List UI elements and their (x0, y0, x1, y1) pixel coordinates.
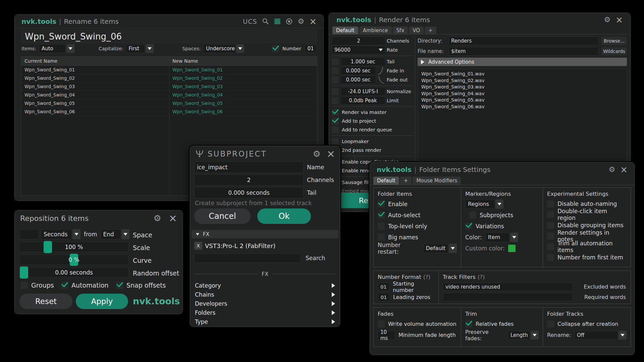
channels-input[interactable]: 2 (332, 37, 385, 45)
required-words-input[interactable] (443, 293, 573, 301)
close-icon[interactable]: × (309, 18, 317, 25)
apply-button[interactable]: Apply (76, 294, 128, 309)
render-titlebar[interactable]: nvk.tools | Render 6 items ⚙ × (329, 13, 630, 26)
wildcards-button[interactable]: Wildcards (601, 47, 627, 55)
regions-select-arrow[interactable] (495, 199, 503, 209)
tab-default[interactable]: Default (332, 26, 358, 35)
option-subprojects[interactable]: Subprojects (465, 209, 539, 221)
number-restart-select[interactable]: Default (423, 244, 448, 253)
items-select[interactable]: Auto (39, 44, 66, 53)
custom-color-swatch[interactable] (508, 245, 516, 252)
fade-out-checkbox[interactable] (332, 76, 339, 83)
random-offset-handle[interactable] (20, 266, 28, 279)
option-double-click-item-region[interactable]: Double-click item region (547, 209, 627, 220)
limit-input[interactable]: 0.0db Peak (340, 96, 385, 105)
gear-icon[interactable]: ⚙ (313, 149, 321, 158)
advanced-options-expander[interactable]: Advanced Options (418, 58, 627, 66)
tail-checkbox[interactable] (332, 58, 339, 65)
reposition-titlebar[interactable]: Reposition 6 items ⚙ × (15, 210, 182, 226)
fx-section-expander[interactable]: FX (192, 230, 338, 238)
close-icon[interactable]: × (620, 166, 628, 173)
list-menu-icon[interactable] (274, 18, 281, 24)
checkbox[interactable] (547, 254, 554, 261)
fade-in-input[interactable]: 0.000 sec (340, 66, 376, 75)
rename-name-input[interactable]: Wpn_Sword_Swing_06 (21, 30, 317, 43)
groups-option[interactable]: Groups (21, 282, 54, 289)
checkbox[interactable] (378, 212, 385, 219)
checkbox[interactable] (378, 223, 385, 230)
checkbox[interactable] (547, 233, 554, 240)
ok-button[interactable]: Ok (257, 208, 311, 224)
option-add-to-render-queue[interactable]: Add to render queue (332, 125, 414, 134)
checkbox[interactable] (332, 118, 339, 125)
fade-out-input[interactable]: 0.000 sec (340, 75, 376, 84)
amount-input[interactable] (19, 229, 39, 239)
option-render-via-master[interactable]: Render via master (332, 108, 414, 117)
starting-number-input[interactable]: 01 (378, 283, 389, 291)
option-add-to-project[interactable]: Add to project (332, 117, 414, 125)
number-restart-arrow[interactable] (449, 244, 457, 253)
ucs-toggle[interactable]: UCS (243, 18, 257, 25)
rename-tracks-select[interactable]: Off (574, 331, 618, 340)
fx-chain-item[interactable]: X VST3:Pro-L 2 (FabFilter) (194, 241, 275, 250)
spaces-select-arrow[interactable] (236, 44, 244, 53)
option-relative-fades[interactable]: Relative fades (465, 318, 539, 329)
spaces-select[interactable]: Underscore (203, 44, 235, 53)
fade-in-checkbox[interactable] (332, 67, 339, 74)
anchor-select-arrow[interactable] (121, 229, 129, 239)
checkbox[interactable] (465, 320, 472, 327)
gear-icon[interactable]: ⚙ (608, 166, 615, 173)
scale-slider[interactable]: 100 % (19, 242, 128, 252)
checkbox[interactable] (465, 223, 472, 230)
subproject-titlebar[interactable]: SUBPROJECT ⚙ × (190, 146, 340, 162)
tab-default[interactable]: Default (373, 177, 399, 185)
help-icon[interactable]: (?) (478, 274, 485, 280)
option-collapse-after-creation[interactable]: Collapse after creation (547, 318, 627, 329)
color-select[interactable]: Item (485, 233, 509, 242)
unit-select[interactable]: Seconds (41, 229, 72, 239)
option-loopmaker[interactable]: Loopmaker (332, 137, 414, 146)
cancel-button[interactable]: Cancel (194, 208, 251, 224)
leading-zeros-input[interactable]: 01 (378, 293, 390, 301)
excluded-words-input[interactable]: video renders unused (443, 283, 573, 291)
target-icon[interactable] (286, 18, 292, 25)
option-number-from-first-item[interactable]: Number from first item (547, 252, 627, 263)
close-icon[interactable]: × (169, 215, 177, 222)
option-variations[interactable]: Variations (465, 221, 539, 232)
checkbox[interactable] (378, 234, 385, 241)
checkbox[interactable] (469, 212, 476, 219)
option-top-level-only[interactable]: Top-level only (378, 221, 457, 232)
gear-icon[interactable]: ⚙ (298, 18, 304, 25)
help-icon[interactable]: (?) (423, 274, 431, 280)
close-icon[interactable]: × (327, 150, 335, 157)
color-select-arrow[interactable] (510, 233, 518, 242)
search-icon[interactable] (262, 18, 269, 25)
option-write-volume-automation[interactable]: Write volume automation (378, 318, 457, 329)
tab-ambience[interactable]: Ambience (359, 26, 392, 35)
automation-checkbox[interactable] (61, 282, 68, 289)
limit-checkbox[interactable] (332, 97, 339, 104)
option-trim-all-automation-items[interactable]: Trim all automation items (547, 241, 627, 252)
checkbox[interactable] (547, 320, 554, 327)
tail-input[interactable]: 1.000 sec (340, 57, 385, 66)
rate-select[interactable]: 96000 (332, 46, 385, 54)
tab-mouse-modifiers[interactable]: Mouse Modifiers (413, 177, 461, 185)
regions-select[interactable]: Regions (465, 199, 495, 209)
checkbox[interactable] (547, 222, 554, 229)
number-start-input[interactable]: 01 (305, 45, 317, 53)
checkbox[interactable] (378, 200, 385, 207)
capitalize-select[interactable]: First (126, 44, 145, 53)
subproject-channels-input[interactable]: 2 (194, 174, 304, 186)
menu-item-category[interactable]: Category (190, 281, 340, 290)
tab-vo[interactable]: VO (409, 26, 424, 35)
subproject-name-input[interactable]: ice_impact (194, 162, 304, 173)
curve-slider[interactable]: 0 % (19, 255, 128, 265)
normalize-checkbox[interactable] (332, 88, 339, 95)
tab-add[interactable]: + (425, 26, 436, 35)
checkbox[interactable] (332, 126, 339, 133)
tab-sfx[interactable]: Sfx (393, 26, 408, 35)
anchor-select[interactable]: End (101, 229, 121, 239)
snap-offsets-option[interactable]: Snap offsets (116, 282, 166, 289)
unit-select-arrow[interactable] (72, 229, 80, 239)
automation-option[interactable]: Automation (61, 282, 109, 289)
